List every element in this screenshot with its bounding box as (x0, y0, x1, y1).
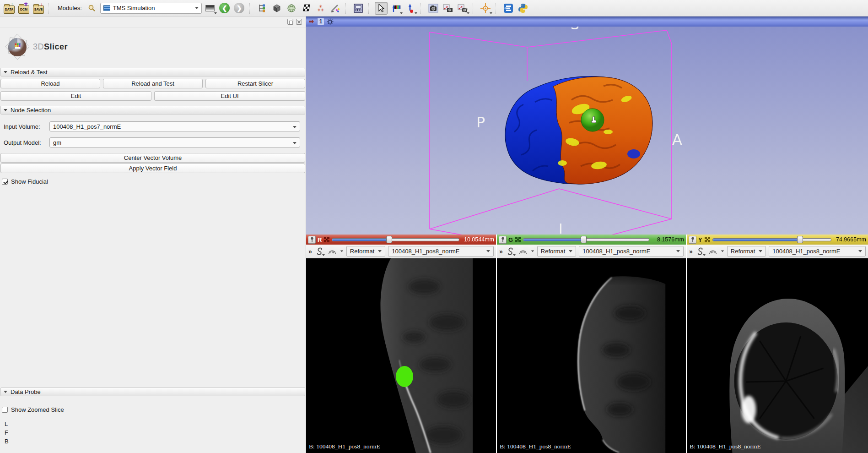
python-console-button[interactable] (517, 2, 529, 15)
show-zoomed-slice-label: Show Zoomed Slice (11, 406, 64, 413)
chevron-down-icon[interactable] (340, 251, 343, 252)
input-volume-selector[interactable]: 100408_H1_pos7_normE (49, 121, 300, 131)
red-slice-panel: R 10.0544mm » Reformat 100408_H1_pos8_no… (306, 235, 496, 453)
crosshair-button[interactable] (479, 2, 492, 15)
orientation-combo[interactable]: Reformat (727, 246, 766, 257)
toolbar-separator (421, 3, 423, 14)
extensions-manager-button[interactable] (502, 2, 515, 15)
close-panel-icon[interactable] (296, 19, 302, 25)
red-slice-view[interactable]: B: 100408_H1_pos8_normE (306, 258, 496, 453)
threeD-view[interactable]: 1 (306, 16, 868, 235)
slice-visibility-icon[interactable] (518, 246, 528, 257)
annotations-button[interactable] (329, 2, 342, 15)
volume-rendering-button[interactable] (270, 2, 283, 15)
save-button[interactable]: ↓ SAVE (32, 2, 45, 15)
threeD-view-controller-bar: 1 (306, 16, 868, 27)
back-arrow-icon: ❮ (219, 3, 230, 13)
dicom-icon: ⇈ DCM (18, 5, 29, 14)
mouse-interaction-button[interactable] (375, 2, 388, 15)
module-back-button[interactable]: ❮ (218, 2, 231, 15)
module-search-icon[interactable] (86, 2, 98, 15)
slice-offset-value: 8.1576mm (651, 236, 684, 243)
data-probe-rows: L F B (5, 420, 306, 446)
volume-combo[interactable]: 100408_H1_pos8_normE (388, 246, 494, 257)
fit-to-window-icon[interactable] (704, 236, 711, 243)
apply-vector-field-button[interactable]: Apply Vector Field (0, 164, 305, 173)
collapse-triangle-icon (4, 391, 7, 393)
slice-visibility-icon[interactable] (708, 246, 718, 257)
extensions-icon (503, 3, 514, 14)
yellow-slice-view[interactable]: B: 100408_H1_pos8_normE (687, 258, 868, 453)
section-data-probe[interactable]: Data Probe (0, 388, 305, 396)
section-node-selection[interactable]: Node Selection (0, 106, 305, 115)
link-views-icon[interactable] (314, 246, 324, 257)
models-button[interactable] (285, 2, 298, 15)
transforms-button[interactable] (300, 2, 313, 15)
scene-view-restore-button[interactable] (456, 2, 469, 15)
fiducial-marker-2d[interactable] (396, 366, 413, 387)
edit-button[interactable]: Edit (0, 91, 151, 101)
view-options-icon[interactable] (327, 18, 334, 25)
reload-and-test-button[interactable]: Reload and Test (103, 79, 203, 88)
module-history-button[interactable] (204, 2, 216, 15)
orientation-label-anterior: A (672, 131, 682, 148)
orientation-combo[interactable]: Reformat (537, 246, 576, 257)
section-reload-and-test[interactable]: Reload & Test (0, 68, 305, 76)
orientation-label-superior: S (571, 27, 579, 33)
volume-combo[interactable]: 100408_H1_pos8_normE (579, 246, 684, 257)
place-fiducial-button[interactable] (404, 2, 417, 15)
module-hierarchy-button[interactable] (256, 2, 269, 15)
show-zoomed-slice-checkbox[interactable] (2, 407, 8, 413)
pin-icon[interactable] (499, 236, 507, 244)
output-model-selector[interactable]: gm (49, 137, 300, 147)
show-fiducial-checkbox[interactable] (2, 179, 8, 185)
orientation-combo[interactable]: Reformat (346, 246, 385, 257)
pin-icon[interactable] (308, 236, 316, 244)
orientation-label-posterior: P (476, 114, 485, 131)
slice-offset-slider[interactable] (332, 236, 459, 243)
overflow-chevron-icon[interactable]: » (689, 248, 692, 255)
markups-button[interactable]: ✳ ✳✳ (314, 2, 327, 15)
fit-to-window-icon[interactable] (515, 236, 521, 243)
toolbar-separator (49, 3, 51, 14)
overflow-chevron-icon[interactable]: » (499, 248, 502, 255)
center-vector-volume-button[interactable]: Center Vector Volume (0, 153, 305, 163)
window-level-button[interactable] (389, 2, 402, 15)
load-data-button[interactable]: ↑ DATA (3, 2, 16, 15)
slice-offset-slider[interactable] (523, 236, 649, 243)
scene-view-capture-button[interactable] (442, 2, 454, 15)
green-slice-view[interactable]: B: 100408_H1_pos8_normE (497, 258, 686, 453)
slice-corner-label: B: 100408_H1_pos8_normE (309, 443, 380, 450)
undock-panel-icon[interactable] (287, 19, 293, 25)
link-views-icon[interactable] (505, 246, 515, 257)
slice-visibility-icon[interactable] (327, 246, 337, 257)
link-views-icon[interactable] (695, 246, 705, 257)
yellow-slice-controls: » Reformat 100408_H1_pos8_normE (687, 245, 868, 258)
slider-handle[interactable] (386, 236, 392, 243)
threeD-render-canvas[interactable]: P A I S (306, 27, 868, 235)
slider-handle[interactable] (797, 236, 803, 243)
chevron-down-icon[interactable] (721, 251, 724, 252)
slice-offset-slider[interactable] (712, 236, 831, 243)
module-forward-button[interactable]: ❯ (233, 2, 246, 15)
overflow-chevron-icon[interactable]: » (308, 248, 312, 255)
asterisk-icon: ✳✳ (317, 8, 324, 12)
slice-orientation-letter: R (318, 236, 322, 243)
chevron-down-icon[interactable] (531, 251, 534, 252)
pin-icon[interactable] (689, 236, 696, 244)
volume-combo[interactable]: 100408_H1_pos8_normE (769, 246, 866, 257)
pin-icon[interactable] (308, 19, 315, 24)
restart-slicer-button[interactable]: Restart Slicer (205, 79, 305, 88)
screenshot-button[interactable] (427, 2, 440, 15)
layout-selector-button[interactable] (352, 2, 365, 15)
fit-to-window-icon[interactable] (323, 236, 330, 243)
slider-handle[interactable] (581, 236, 587, 243)
load-dicom-button[interactable]: ⇈ DCM (17, 2, 30, 15)
yellow-slice-panel: Y 74.9665mm » Reformat 100408_H1_pos8_no… (686, 235, 868, 453)
probe-row-l: L (5, 420, 306, 428)
chevron-down-icon (293, 126, 297, 128)
fiducial-point-icon (406, 3, 415, 13)
reload-button[interactable]: Reload (0, 79, 100, 88)
edit-ui-button[interactable]: Edit UI (154, 91, 305, 101)
module-selector[interactable]: TMS Simulation (100, 3, 202, 14)
